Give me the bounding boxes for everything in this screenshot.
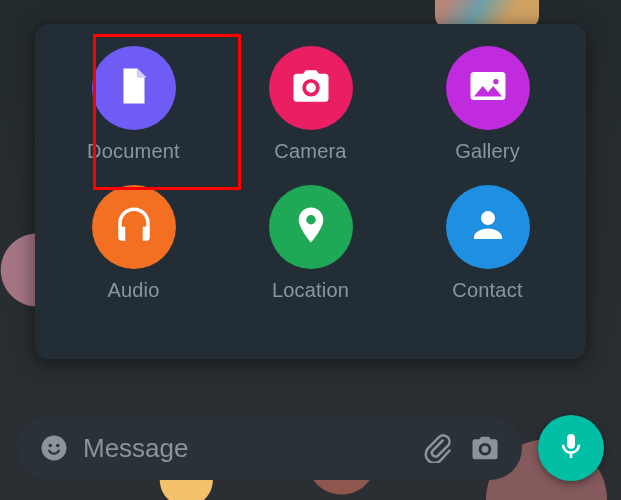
document-icon [113,65,155,111]
attach-contact-circle [446,185,530,269]
svg-point-1 [49,444,53,448]
attachment-panel: Document Camera Gallery [35,24,586,359]
attach-gallery-circle [446,46,530,130]
attach-audio-label: Audio [107,279,159,302]
microphone-icon [555,430,587,466]
bottom-bar: Message [17,416,604,480]
attach-camera-label: Camera [274,140,346,163]
message-input[interactable]: Message [83,433,422,464]
voice-record-button[interactable] [538,415,604,481]
attachment-button[interactable] [422,433,452,463]
attach-location-button[interactable]: Location [222,185,399,302]
attach-contact-button[interactable]: Contact [399,185,576,302]
attach-audio-circle [92,185,176,269]
attach-document-button[interactable]: Document [45,46,222,163]
attach-document-label: Document [87,140,180,163]
gallery-icon [467,65,509,111]
location-pin-icon [290,204,332,250]
attach-location-circle [269,185,353,269]
attach-gallery-button[interactable]: Gallery [399,46,576,163]
camera-button[interactable] [470,433,500,463]
attach-gallery-label: Gallery [455,140,520,163]
attach-camera-button[interactable]: Camera [222,46,399,163]
attach-camera-circle [269,46,353,130]
attach-contact-label: Contact [452,279,522,302]
svg-point-2 [56,444,60,448]
message-input-bar: Message [17,416,522,480]
svg-point-0 [42,436,67,461]
attach-document-circle [92,46,176,130]
headphones-icon [113,204,155,250]
emoji-button[interactable] [39,433,69,463]
person-icon [467,204,509,250]
attach-audio-button[interactable]: Audio [45,185,222,302]
attach-location-label: Location [272,279,349,302]
camera-icon [290,65,332,111]
